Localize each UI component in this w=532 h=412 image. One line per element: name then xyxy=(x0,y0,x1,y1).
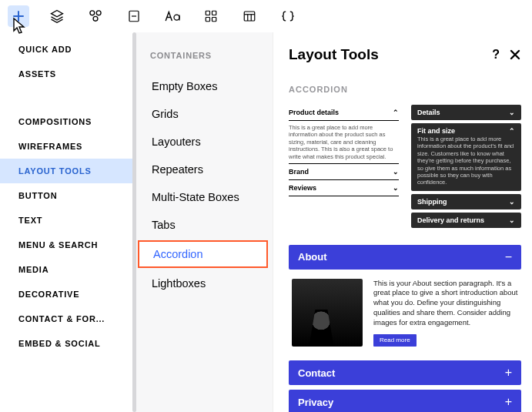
chevron-down-icon: ⌄ xyxy=(509,198,515,206)
subitem-grids[interactable]: Grids xyxy=(135,100,273,128)
svg-point-1 xyxy=(96,11,101,15)
sidebar-item-menu-search[interactable]: Menu & Search xyxy=(0,233,134,257)
help-icon[interactable]: ? xyxy=(492,48,500,62)
svg-point-2 xyxy=(93,16,98,21)
layers-button[interactable] xyxy=(46,5,68,27)
chevron-up-icon: ⌃ xyxy=(393,109,399,116)
shapes-button[interactable] xyxy=(85,5,106,27)
accordion-preset-dark[interactable]: Details⌄ Fit and size⌃ This is a great p… xyxy=(411,105,521,231)
sidebar-item-wireframes[interactable]: Wireframes xyxy=(0,134,134,159)
sidebar-item-layout-tools[interactable]: Layout Tools xyxy=(0,159,134,183)
sidebar-item-media[interactable]: Media xyxy=(0,257,134,282)
shapes-icon xyxy=(88,8,103,24)
subitem-repeaters[interactable]: Repeaters xyxy=(135,156,273,183)
subitem-accordion[interactable]: Accordion xyxy=(138,240,268,268)
page-button[interactable] xyxy=(123,5,145,27)
sidebar-item-text[interactable]: Text xyxy=(0,208,134,233)
sidebar-item-button[interactable]: Button xyxy=(0,183,134,208)
sidebar-item-quick-add[interactable]: Quick Add xyxy=(0,37,134,62)
read-more-button[interactable]: Read more xyxy=(373,334,417,347)
code-button[interactable] xyxy=(277,5,299,27)
svg-rect-11 xyxy=(244,12,255,21)
plus-icon: + xyxy=(505,367,512,379)
subitem-empty-boxes[interactable]: Empty Boxes xyxy=(135,72,273,100)
blue-about-header[interactable]: About − xyxy=(289,245,521,270)
accordion-preset-blue[interactable]: About − This is your About section parag… xyxy=(289,245,521,412)
grid-button[interactable] xyxy=(200,5,222,27)
chevron-down-icon: ⌄ xyxy=(393,168,399,176)
sidebar-item-compositions[interactable]: Compositions xyxy=(0,109,134,134)
page-icon xyxy=(127,9,141,23)
accordion-preset-light[interactable]: Product details⌃ This is a great place t… xyxy=(289,105,399,231)
sidebar-item-decorative[interactable]: Decorative xyxy=(0,282,134,306)
panel-title: Layout Tools xyxy=(289,46,379,63)
svg-point-5 xyxy=(174,15,179,20)
panel-header: Layout Tools ? xyxy=(289,46,521,63)
svg-rect-8 xyxy=(212,11,216,15)
chevron-down-icon: ⌄ xyxy=(393,184,399,192)
minus-icon: − xyxy=(505,251,512,263)
preview-panel: Layout Tools ? Accordion Product details… xyxy=(273,32,532,412)
accordion-presets-row: Product details⌃ This is a great place t… xyxy=(289,105,521,231)
add-elements-button[interactable] xyxy=(8,5,29,27)
blue-privacy-header[interactable]: Privacy + xyxy=(289,390,521,412)
chevron-up-icon: ⌃ xyxy=(509,127,515,135)
about-image xyxy=(292,279,363,347)
subitem-multistate[interactable]: Multi-State Boxes xyxy=(135,183,273,211)
plus-icon xyxy=(12,9,25,23)
svg-rect-10 xyxy=(212,18,216,22)
chevron-down-icon: ⌄ xyxy=(509,109,515,116)
table-button[interactable] xyxy=(239,5,260,27)
sidebar-item-contact[interactable]: Contact & For... xyxy=(0,306,134,331)
svg-rect-9 xyxy=(206,18,209,22)
text-icon xyxy=(164,9,181,23)
category-sidebar: Quick Add Assets Compositions Wireframes… xyxy=(0,32,135,412)
table-icon xyxy=(243,9,256,23)
section-label: Accordion xyxy=(289,85,521,94)
plus-icon: + xyxy=(505,396,512,408)
top-toolbar xyxy=(0,0,532,32)
chevron-down-icon: ⌄ xyxy=(509,216,515,224)
braces-icon xyxy=(280,9,296,23)
subitem-layouters[interactable]: Layouters xyxy=(135,128,273,156)
layers-icon xyxy=(49,8,65,24)
svg-point-0 xyxy=(90,11,95,15)
close-icon[interactable] xyxy=(509,49,521,61)
subitem-lightboxes[interactable]: Lightboxes xyxy=(135,270,273,297)
svg-rect-7 xyxy=(206,11,209,15)
main-layout: Quick Add Assets Compositions Wireframes… xyxy=(0,32,532,412)
blue-contact-header[interactable]: Contact + xyxy=(289,360,521,385)
grid-icon xyxy=(204,9,218,23)
sidebar-item-assets[interactable]: Assets xyxy=(0,62,134,86)
text-tool-button[interactable] xyxy=(162,5,183,27)
blue-about-body: This is your About section paragraph. It… xyxy=(289,270,521,357)
subcategory-column: Containers Empty Boxes Grids Layouters R… xyxy=(135,32,273,412)
subitem-tabs[interactable]: Tabs xyxy=(135,211,273,239)
sidebar-item-embed-social[interactable]: Embed & Social xyxy=(0,331,134,356)
subcategory-heading: Containers xyxy=(135,46,273,72)
